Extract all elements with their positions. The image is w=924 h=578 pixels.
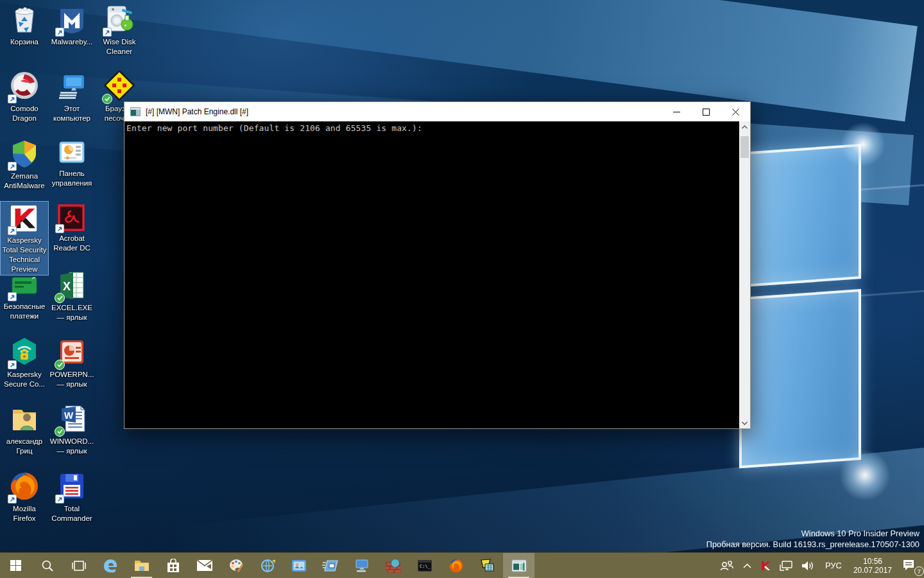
svg-text:W: W (64, 410, 74, 421)
command-prompt-icon[interactable]: C:\_ (409, 553, 440, 578)
wallpaper-window-pane (739, 144, 861, 287)
icon-label: Безопасные платежи (1, 302, 48, 321)
icon-label: WINWORD... — ярлык (48, 437, 96, 456)
icon-label: Панель управления (48, 169, 96, 188)
svg-text:X: X (63, 280, 71, 293)
icon-label: Wise Disk Cleaner (96, 37, 143, 57)
icon-label: Этот компьютер (48, 104, 96, 123)
desktop-icon-malwarebytes[interactable]: Malwareby... (48, 4, 96, 47)
console-prompt-text: Enter new port number (Default is 2106 a… (126, 123, 422, 133)
notes-app-icon[interactable] (472, 553, 503, 578)
paint-icon[interactable] (220, 553, 252, 578)
console-app-icon (130, 107, 141, 116)
desktop-icon-total-commander[interactable]: Total Commander (48, 471, 96, 523)
window-title: [#] [MWN] Patch Engine.dll [#] (146, 107, 248, 116)
search-button[interactable] (31, 553, 63, 578)
shortcut-arrow-icon (55, 28, 64, 37)
clock[interactable]: 10:56 20.07.2017 (848, 553, 897, 578)
icon-label: Mozilla Firefox (1, 504, 48, 523)
shortcut-arrow-icon (8, 292, 17, 301)
system-tray: РУС 10:56 20.07.2017 7 (715, 553, 924, 578)
media-app-icon[interactable] (283, 553, 314, 578)
minimize-button[interactable] (662, 102, 691, 121)
icon-label: Kaspersky Total Security Technical Previ… (1, 236, 48, 274)
shortcut-arrow-icon (8, 360, 17, 369)
mail-icon[interactable] (189, 553, 220, 578)
desktop-icon-wise-disk-cleaner[interactable]: Wise Disk Cleaner (96, 4, 143, 57)
vertical-scrollbar[interactable] (739, 121, 750, 428)
computer-icon[interactable] (346, 553, 377, 578)
volume-icon[interactable] (797, 553, 819, 578)
desktop-icon-user-folder[interactable]: александр Гриц (1, 403, 48, 456)
close-button[interactable] (721, 102, 750, 121)
run-dialog-icon[interactable] (314, 553, 346, 578)
patch-engine-console-window: [#] [MWN] Patch Engine.dll [#] Enter new… (124, 101, 751, 429)
check-overlay-icon (55, 293, 65, 303)
desktop-icon-excel-shortcut[interactable]: X EXCEL.EXE — ярлык (48, 270, 96, 322)
wallpaper-window-pane (739, 289, 861, 468)
desktop-icon-acrobat-reader[interactable]: Acrobat Reader DC (48, 203, 96, 253)
icon-label: Корзина (1, 37, 48, 47)
task-view-button[interactable] (63, 553, 94, 578)
check-overlay-icon (55, 360, 65, 370)
icon-label: EXCEL.EXE — ярлык (48, 303, 96, 322)
notification-badge: 7 (914, 566, 924, 576)
shortcut-arrow-icon (8, 495, 17, 504)
taskbar-patch-engine-console[interactable] (503, 553, 535, 578)
icon-label: Zemana AntiMalware (1, 171, 48, 191)
wallpaper-beam (857, 184, 924, 191)
window-titlebar[interactable]: [#] [MWN] Patch Engine.dll [#] (124, 102, 750, 121)
shortcut-arrow-icon (55, 495, 64, 504)
shortcut-arrow-icon (8, 226, 17, 235)
firefox-icon[interactable] (440, 553, 472, 578)
console-output-area[interactable]: Enter new port number (Default is 2106 a… (124, 121, 750, 428)
tray-date: 20.07.2017 (853, 566, 892, 575)
start-button[interactable] (0, 553, 31, 578)
desktop-icon-word-shortcut[interactable]: W WINWORD... — ярлык (48, 403, 96, 456)
desktop: Корзина Comodo Dragon Zemana AntiMalware (0, 0, 924, 578)
icon-label: POWERPN... — ярлык (48, 370, 96, 389)
icon-label: Malwareby... (48, 37, 96, 47)
desktop-icon-comodo-dragon[interactable]: Comodo Dragon (1, 71, 48, 123)
desktop-icon-kaspersky-secure-connection[interactable]: Kaspersky Secure Co... (1, 337, 48, 389)
desktop-icon-powerpoint-shortcut[interactable]: POWERPN... — ярлык (48, 337, 96, 389)
icon-label: Kaspersky Secure Co... (1, 370, 48, 389)
watermark-line1: Windows 10 Pro Insider Preview (706, 528, 920, 539)
shortcut-arrow-icon (55, 224, 64, 233)
scrollbar-thumb[interactable] (740, 136, 749, 158)
icon-label: Comodo Dragon (1, 104, 48, 123)
edge-icon[interactable] (94, 553, 126, 578)
desktop-icon-zemana[interactable]: Zemana AntiMalware (1, 138, 48, 191)
network-icon[interactable] (775, 553, 797, 578)
watermark-line2: Пробная версия. Build 16193.rs_prereleas… (706, 539, 920, 550)
desktop-icon-kaspersky-total-security[interactable]: Kaspersky Total Security Technical Previ… (1, 202, 48, 275)
scroll-up-icon[interactable] (739, 121, 750, 132)
desktop-icon-control-panel[interactable]: Панель управления (48, 138, 96, 188)
firewall-icon[interactable] (377, 553, 409, 578)
svg-text:C:\_: C:\_ (420, 564, 431, 569)
scroll-down-icon[interactable] (739, 417, 750, 428)
check-overlay-icon (102, 94, 112, 104)
taskbar: C:\_ РУС (0, 552, 924, 578)
internet-explorer-icon[interactable] (252, 553, 283, 578)
desktop-icon-recycle-bin[interactable]: Корзина (1, 4, 48, 47)
action-center-icon[interactable]: 7 (897, 553, 924, 578)
icon-label: александр Гриц (1, 437, 48, 456)
desktop-icon-firefox[interactable]: Mozilla Firefox (1, 471, 48, 523)
wallpaper-beam (857, 290, 924, 297)
store-icon[interactable] (157, 553, 189, 578)
language-indicator[interactable]: РУС (819, 553, 848, 578)
windows-watermark: Windows 10 Pro Insider Preview Пробная в… (706, 528, 920, 550)
shortcut-arrow-icon (8, 94, 17, 103)
icon-label: Acrobat Reader DC (48, 234, 96, 253)
file-explorer-icon[interactable] (126, 553, 157, 578)
maximize-button[interactable] (691, 102, 721, 121)
desktop-icon-safe-money[interactable]: Безопасные платежи (1, 272, 48, 321)
check-overlay-icon (55, 426, 65, 437)
desktop-icon-this-pc[interactable]: Этот компьютер (48, 71, 96, 123)
tray-time: 10:56 (853, 557, 892, 566)
kaspersky-tray-icon[interactable] (756, 553, 775, 578)
tray-expand-chevron-icon[interactable] (739, 553, 756, 578)
people-icon[interactable] (715, 553, 739, 578)
shortcut-arrow-icon (8, 162, 17, 171)
